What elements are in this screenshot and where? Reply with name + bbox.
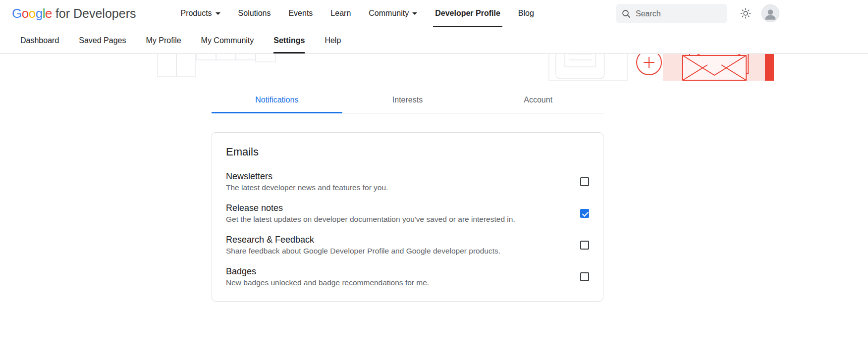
subnav-label: Dashboard [20,36,59,45]
subnav-item-my-community[interactable]: My Community [191,27,264,53]
pref-title: Release notes [226,203,515,213]
pref-row-badges: Badges New badges unlocked and badge rec… [226,266,589,287]
nav-item-solutions[interactable]: Solutions [229,0,280,27]
nav-item-community[interactable]: Community [360,0,426,27]
nav-item-products[interactable]: Products [171,0,229,27]
pref-title: Newsletters [226,171,388,182]
card-title: Emails [226,146,589,158]
banner-illustration [0,54,868,81]
theme-toggle-button[interactable] [739,7,752,20]
pref-row-release-notes: Release notes Get the latest updates on … [226,203,589,224]
search-placeholder: Search [636,9,661,18]
logo-letter: o [22,6,29,21]
subnav-item-saved-pages[interactable]: Saved Pages [69,27,136,53]
logo-letter: e [45,6,52,21]
research-feedback-checkbox[interactable] [580,241,589,250]
subnav-item-settings[interactable]: Settings [264,27,315,53]
avatar[interactable] [761,4,779,22]
nav-label: Events [288,9,313,18]
release-notes-checkbox[interactable] [580,209,589,218]
tab-account[interactable]: Account [473,89,603,113]
subnav-label: My Profile [146,36,181,45]
nav-label: Developer Profile [435,9,500,18]
tab-notifications[interactable]: Notifications [212,89,342,113]
profile-sub-nav: Dashboard Saved Pages My Profile My Comm… [0,27,868,54]
pref-title: Research & Feedback [226,235,500,245]
settings-tabs: Notifications Interests Account [212,89,603,113]
subnav-label: My Community [201,36,254,45]
search-icon [622,9,631,18]
nav-label: Solutions [238,9,271,18]
search-input[interactable]: Search [616,4,727,23]
pref-row-research-feedback: Research & Feedback Share feedback about… [226,235,589,255]
pref-description: Share feedback about Google Developer Pr… [226,247,500,255]
banner-artwork [0,54,868,81]
nav-label: Community [369,9,409,18]
subnav-label: Settings [273,36,305,45]
nav-item-learn[interactable]: Learn [322,0,360,27]
nav-label: Products [180,9,212,18]
subnav-label: Help [325,36,341,45]
chevron-down-icon [412,12,417,15]
subnav-item-my-profile[interactable]: My Profile [136,27,191,53]
pref-description: Get the latest updates on developer docu… [226,215,515,224]
emails-card: Emails Newsletters The latest developer … [212,132,603,302]
pref-text: Newsletters The latest developer news an… [226,171,388,192]
nav-item-blog[interactable]: Blog [509,0,543,27]
pref-text: Badges New badges unlocked and badge rec… [226,266,429,287]
subnav-label: Saved Pages [79,36,126,45]
pref-text: Release notes Get the latest updates on … [226,203,515,224]
nav-item-developer-profile[interactable]: Developer Profile [426,0,509,27]
pref-description: New badges unlocked and badge recommenda… [226,278,429,287]
logo-letter: o [29,6,36,21]
tab-interests[interactable]: Interests [342,89,473,113]
sun-icon [740,8,751,19]
nav-label: Learn [330,9,351,18]
pref-description: The latest developer news and features f… [226,183,388,192]
logo-letter: g [36,6,43,21]
chevron-down-icon [216,12,220,15]
person-icon [763,7,777,21]
logo-letter: G [12,6,22,21]
main-nav: Products Solutions Events Learn Communit… [171,0,542,27]
newsletters-checkbox[interactable] [580,177,589,186]
pref-row-newsletters: Newsletters The latest developer news an… [226,171,589,192]
pref-text: Research & Feedback Share feedback about… [226,235,500,255]
subnav-item-dashboard[interactable]: Dashboard [10,27,69,53]
google-developers-logo[interactable]: Google for Developers [12,6,136,21]
top-header: Google for Developers Products Solutions… [0,0,868,27]
badges-checkbox[interactable] [580,272,589,281]
pref-title: Badges [226,266,429,277]
subnav-item-help[interactable]: Help [315,27,351,53]
nav-label: Blog [518,9,534,18]
logo-suffix: for Developers [55,6,136,21]
nav-item-events[interactable]: Events [279,0,322,27]
